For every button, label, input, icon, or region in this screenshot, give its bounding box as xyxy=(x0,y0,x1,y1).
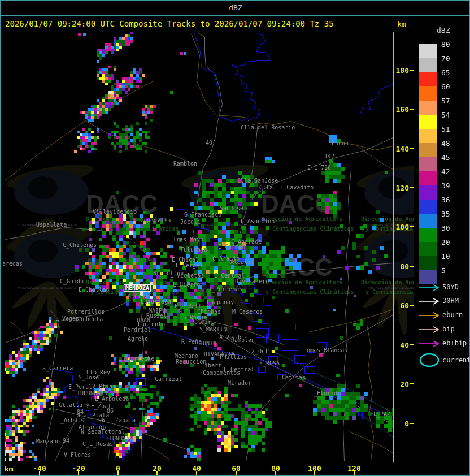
dbz-scale-value: 57 xyxy=(441,97,464,105)
x-axis-tick xyxy=(118,471,119,476)
legend-panel: dBZ 807065605754514845423936353020105 50… xyxy=(414,16,470,476)
dbz-scale-swatch xyxy=(419,157,437,171)
y-axis-tick-label: 160 xyxy=(393,105,409,114)
x-axis-tick xyxy=(196,471,197,476)
y-axis-tick xyxy=(410,226,414,227)
y-axis-tick xyxy=(410,383,414,384)
x-axis-tick xyxy=(39,471,40,476)
dbz-scale-value: 48 xyxy=(441,139,464,148)
dbz-scale-swatch xyxy=(419,228,437,242)
dbz-scale-swatch xyxy=(419,171,437,185)
dbz-scale-swatch xyxy=(419,200,437,214)
dbz-scale-value: 51 xyxy=(441,125,464,133)
track-legend-label: 30HM xyxy=(442,297,459,305)
y-axis-tick xyxy=(410,187,414,188)
x-axis-tick xyxy=(78,471,79,476)
y-axis-tick-label: 60 xyxy=(393,301,409,310)
dbz-scale-swatch xyxy=(419,242,437,256)
dbz-scale-swatch xyxy=(419,185,437,200)
y-axis-tick xyxy=(410,305,414,306)
y-axis-tick-label: 120 xyxy=(393,184,409,192)
y-axis-tick-label: 40 xyxy=(393,341,409,349)
y-axis-tick-label: 20 xyxy=(393,380,409,388)
track-legend-label: eburn xyxy=(442,311,463,319)
dbz-scale-value: 35 xyxy=(441,210,464,218)
y-axis-tick-label: 80 xyxy=(393,262,409,271)
track-legend-label: bip xyxy=(442,325,455,333)
dbz-scale-value: 70 xyxy=(441,54,464,63)
dbz-scale-swatch xyxy=(419,270,437,284)
x-axis-unit-label-bottom: km xyxy=(5,465,14,473)
dbz-scale-value: 30 xyxy=(441,224,464,232)
dbz-scale-swatch xyxy=(419,101,437,115)
radar-app-window: dBZ 2026/01/07 09:24:00 UTC Composite Tr… xyxy=(0,0,470,476)
x-axis-tick xyxy=(275,471,276,476)
dbz-scale-value: 65 xyxy=(441,68,464,77)
dbz-scale-value: 42 xyxy=(441,167,464,176)
y-axis-tick xyxy=(410,423,414,424)
dbz-scale-value: 39 xyxy=(441,181,464,190)
dbz-scale-swatch xyxy=(419,72,437,86)
x-axis-tick xyxy=(156,471,158,476)
dbz-scale-value: 45 xyxy=(441,153,464,162)
dbz-scale-value: 60 xyxy=(441,83,464,91)
dbz-scale-swatch xyxy=(419,115,437,129)
dbz-scale-value: 80 xyxy=(441,40,464,49)
dbz-scale-value: 54 xyxy=(441,111,464,119)
x-axis-tick xyxy=(236,471,237,476)
dbz-scale-swatch xyxy=(419,129,437,143)
dbz-scale-swatch xyxy=(419,214,437,228)
track-arrow-icon xyxy=(417,297,442,308)
y-axis-tick xyxy=(410,344,414,345)
track-legend-label: 50YD xyxy=(442,283,459,291)
y-axis-tick xyxy=(410,109,414,110)
x-axis-tick xyxy=(354,471,355,476)
y-axis-tick-label: 180 xyxy=(393,66,409,75)
dbz-scale-swatch xyxy=(419,143,437,157)
track-legend-label: current xyxy=(442,356,470,364)
track-arrow-icon xyxy=(417,283,442,294)
dbz-scale-value: 36 xyxy=(441,196,464,204)
track-arrow-icon xyxy=(417,311,442,322)
map-frame xyxy=(5,32,394,462)
current-ellipse-icon xyxy=(417,352,442,370)
dbz-scale-swatch xyxy=(419,44,437,58)
dbz-scale-value: 10 xyxy=(441,252,464,261)
x-axis: km -40-20020406080100120 xyxy=(1,462,414,476)
track-arrow-icon xyxy=(417,339,442,350)
track-arrow-icon xyxy=(417,325,442,336)
y-axis-tick xyxy=(410,148,414,149)
x-axis-tick xyxy=(314,471,315,476)
y-axis-tick-label: 0 xyxy=(393,419,409,428)
dbz-scale-swatch xyxy=(419,86,437,101)
dbz-scale-value: 5 xyxy=(441,266,464,275)
dbz-scale-value: 20 xyxy=(441,238,464,246)
dbz-scale-title: dBZ xyxy=(437,26,450,34)
y-axis-tick xyxy=(410,266,414,267)
dbz-scale-swatch xyxy=(419,58,437,72)
y-axis-tick-label: 100 xyxy=(393,223,409,231)
y-axis-tick xyxy=(410,70,414,71)
dbz-scale-swatch xyxy=(419,256,437,270)
y-axis-tick-label: 140 xyxy=(393,145,409,153)
track-legend-label: eb+bip xyxy=(442,339,467,347)
